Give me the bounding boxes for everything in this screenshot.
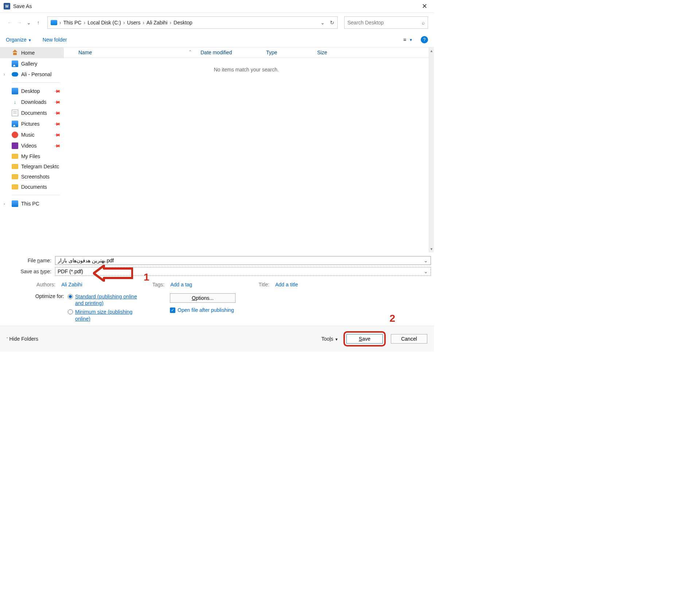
radio-label: Standard (publishing online and printing…: [75, 293, 141, 306]
annotation-number-2: 2: [389, 313, 395, 324]
sidebar-item-documents[interactable]: Documents 📌: [0, 107, 64, 118]
sidebar-item-videos[interactable]: Videos 📌: [0, 140, 64, 151]
onedrive-icon: [12, 72, 18, 77]
search-icon[interactable]: ⌕: [422, 20, 425, 26]
recent-locations-dropdown[interactable]: ⌄: [25, 20, 33, 26]
document-icon: [12, 110, 18, 116]
filename-input[interactable]: [55, 256, 431, 265]
scroll-up-icon[interactable]: ▲: [430, 49, 433, 53]
chevron-right-icon[interactable]: ›: [143, 20, 144, 26]
sidebar-item-music[interactable]: Music 📌: [0, 129, 64, 140]
options-button[interactable]: Options...: [170, 293, 236, 303]
cancel-button[interactable]: Cancel: [391, 334, 427, 344]
forward-button[interactable]: →: [15, 20, 23, 26]
up-button[interactable]: ↑: [34, 20, 42, 26]
sort-indicator-icon: ⌃: [184, 50, 196, 55]
optimize-standard-radio[interactable]: Standard (publishing online and printing…: [68, 293, 148, 306]
sidebar-item-screenshots[interactable]: Screenshots: [0, 172, 64, 182]
chevron-right-icon[interactable]: ›: [59, 20, 61, 26]
radio-unchecked-icon: [68, 309, 73, 314]
column-type[interactable]: Type: [262, 50, 313, 55]
address-bar[interactable]: › This PC › Local Disk (C:) › Users › Al…: [47, 16, 338, 29]
optimize-label: Optimize for:: [6, 293, 68, 324]
sidebar-item-downloads[interactable]: Downloads 📌: [0, 97, 64, 107]
sidebar-label: Downloads: [21, 99, 46, 105]
help-icon[interactable]: ?: [421, 36, 428, 43]
breadcrumb-segment[interactable]: Desktop: [174, 20, 192, 26]
word-icon: W: [4, 3, 10, 9]
save-button[interactable]: Save: [346, 334, 383, 344]
breadcrumb-segment[interactable]: This PC: [63, 20, 82, 26]
tags-value[interactable]: Add a tag: [170, 282, 192, 287]
scroll-down-icon[interactable]: ▼: [430, 247, 433, 251]
organize-menu[interactable]: Organize▼: [6, 37, 32, 43]
sidebar-item-desktop[interactable]: Desktop 📌: [0, 86, 64, 97]
sidebar-label: Telegram Desktc: [21, 164, 59, 169]
pin-icon[interactable]: 📌: [54, 142, 61, 150]
window-title: Save As: [13, 3, 419, 9]
refresh-button[interactable]: ↻: [330, 20, 334, 26]
column-size[interactable]: Size: [313, 50, 349, 55]
new-folder-button[interactable]: New folder: [43, 37, 67, 43]
monitor-icon: [51, 20, 57, 25]
dropdown-icon[interactable]: ⌄: [424, 258, 428, 263]
sidebar-item-thispc[interactable]: › This PC: [0, 198, 64, 209]
sidebar-label: Documents: [21, 110, 47, 116]
sidebar-item-home[interactable]: Home: [0, 47, 64, 58]
sidebar-label: Gallery: [21, 61, 37, 67]
chevron-right-icon[interactable]: ›: [170, 20, 171, 26]
title-label: Title:: [258, 282, 269, 287]
pin-icon[interactable]: 📌: [54, 131, 61, 139]
pin-icon[interactable]: 📌: [54, 109, 61, 117]
open-after-label: Open file after publishing: [178, 307, 234, 313]
sidebar-label: Ali - Personal: [21, 71, 51, 77]
chevron-right-icon[interactable]: ›: [4, 201, 5, 206]
address-dropdown-icon[interactable]: ⌄: [320, 20, 325, 26]
radio-checked-icon: [68, 294, 73, 299]
pin-icon[interactable]: 📌: [54, 120, 61, 128]
optimize-minimum-radio[interactable]: Minimum size (publishing online): [68, 309, 148, 322]
sidebar-label: This PC: [21, 201, 39, 207]
file-list-pane: Name ⌃ Date modified Type Size No items …: [64, 47, 429, 252]
view-dropdown-icon[interactable]: ▼: [409, 38, 413, 42]
pin-icon[interactable]: 📌: [54, 98, 61, 106]
chevron-right-icon[interactable]: ›: [123, 20, 125, 26]
view-menu-icon[interactable]: ≡: [403, 37, 406, 43]
sidebar-item-myfiles[interactable]: My Files: [0, 151, 64, 161]
search-box[interactable]: ⌕: [344, 16, 428, 29]
breadcrumb-segment[interactable]: Local Disk (C:): [88, 20, 121, 26]
sidebar-label: Videos: [21, 143, 37, 149]
sidebar-item-documents2[interactable]: Documents: [0, 182, 64, 192]
sidebar-item-onedrive[interactable]: › Ali - Personal: [0, 69, 64, 79]
search-input[interactable]: [347, 20, 422, 26]
scrollbar[interactable]: ▲ ▼: [429, 47, 434, 252]
title-value[interactable]: Add a title: [275, 282, 298, 287]
pictures-icon: [12, 121, 18, 127]
savetype-label: Save as type:: [6, 269, 55, 274]
empty-message: No items match your search.: [64, 58, 429, 81]
breadcrumb-segment[interactable]: Ali Zabihi: [147, 20, 168, 26]
column-name[interactable]: Name: [64, 50, 184, 55]
sidebar-label: Documents: [21, 184, 47, 190]
chevron-right-icon[interactable]: ›: [83, 20, 85, 26]
breadcrumb-segment[interactable]: Users: [127, 20, 141, 26]
column-date[interactable]: Date modified: [196, 50, 262, 55]
open-after-checkbox[interactable]: ✓ Open file after publishing: [170, 307, 236, 313]
chevron-right-icon[interactable]: ›: [4, 72, 5, 77]
footer-bar: ˆ Hide Folders Tools▼ Save Cancel: [0, 326, 434, 352]
hide-folders-toggle[interactable]: ˆ Hide Folders: [7, 336, 38, 342]
tools-menu[interactable]: Tools▼: [321, 336, 338, 342]
sidebar-label: Desktop: [21, 88, 40, 94]
video-icon: [12, 142, 18, 149]
sidebar-item-telegram[interactable]: Telegram Desktc: [0, 161, 64, 172]
sidebar-item-pictures[interactable]: Pictures 📌: [0, 118, 64, 129]
close-button[interactable]: ✕: [419, 2, 430, 10]
sidebar-item-gallery[interactable]: Gallery: [0, 58, 64, 69]
authors-value[interactable]: Ali Zabihi: [61, 282, 82, 287]
dropdown-icon[interactable]: ⌄: [424, 269, 428, 274]
back-button[interactable]: ←: [6, 20, 14, 26]
download-icon: [12, 99, 18, 105]
pin-icon[interactable]: 📌: [54, 87, 61, 95]
sidebar-label: My Files: [21, 153, 40, 159]
annotation-highlight-save: Save: [343, 331, 386, 346]
